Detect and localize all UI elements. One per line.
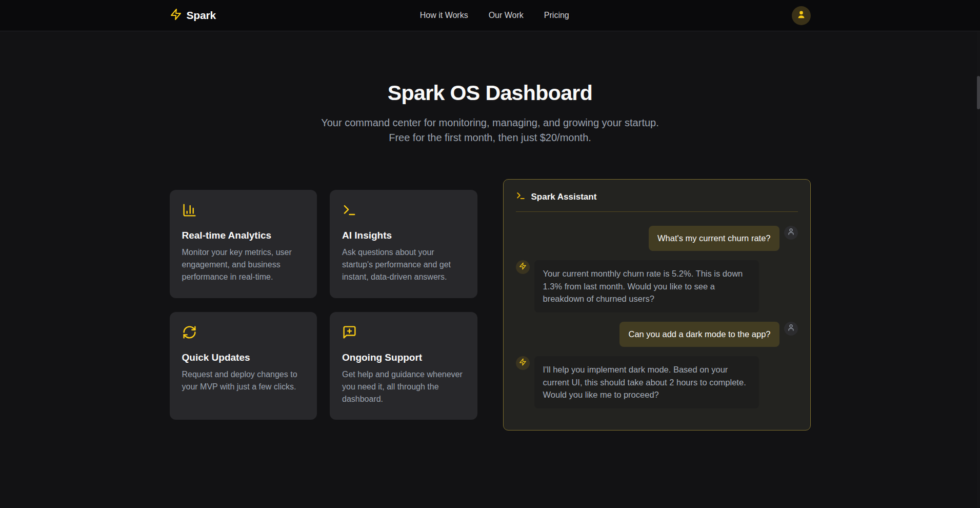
user-message-bubble: What's my current churn rate? [649, 226, 779, 251]
content-row: Real-time Analytics Monitor your key met… [170, 179, 811, 431]
chart-column-icon [182, 203, 197, 218]
chat-message-assistant: Your current monthly churn rate is 5.2%.… [516, 260, 798, 312]
zap-icon [519, 262, 527, 272]
assistant-message-bubble: Your current monthly churn rate is 5.2%.… [534, 260, 759, 312]
chat-message-user: Can you add a dark mode to the app? [516, 322, 798, 347]
user-avatar [784, 322, 798, 336]
nav-links: How it Works Our Work Pricing [420, 0, 569, 31]
assistant-avatar [516, 260, 530, 274]
hero-section: Spark OS Dashboard Your command center f… [0, 31, 980, 145]
zap-icon [170, 8, 182, 23]
user-avatar [784, 226, 798, 240]
page-subtitle: Your command center for monitoring, mana… [311, 115, 670, 145]
refresh-icon [182, 325, 197, 340]
nav-link-our-work[interactable]: Our Work [489, 11, 524, 20]
feature-card-grid: Real-time Analytics Monitor your key met… [170, 190, 477, 420]
user-icon [796, 10, 806, 21]
assistant-message-bubble: I'll help you implement dark mode. Based… [534, 356, 759, 408]
assistant-panel-header: Spark Assistant [516, 191, 798, 203]
user-message-bubble: Can you add a dark mode to the app? [619, 322, 779, 347]
feature-card-ongoing-support: Ongoing Support Get help and guidance wh… [330, 312, 477, 420]
user-icon [787, 324, 795, 334]
spark-assistant-panel: Spark Assistant What's my current churn … [503, 179, 811, 431]
feature-card-realtime-analytics: Real-time Analytics Monitor your key met… [170, 190, 317, 298]
feature-description: Request and deploy changes to your MVP w… [182, 368, 305, 394]
chat-message-user: What's my current churn rate? [516, 226, 798, 251]
feature-description: Monitor your key metrics, user engagemen… [182, 246, 305, 284]
user-account-button[interactable] [792, 6, 811, 25]
assistant-panel-title: Spark Assistant [531, 192, 597, 202]
user-icon [787, 228, 795, 238]
feature-title: Real-time Analytics [182, 230, 305, 241]
page-title: Spark OS Dashboard [0, 81, 980, 105]
terminal-icon [516, 191, 526, 203]
feature-title: Ongoing Support [342, 352, 465, 363]
nav-link-pricing[interactable]: Pricing [544, 11, 569, 20]
feature-description: Get help and guidance whenever you need … [342, 368, 465, 406]
feature-title: AI Insights [342, 230, 465, 241]
feature-card-ai-insights: AI Insights Ask questions about your sta… [330, 190, 477, 298]
zap-icon [519, 358, 527, 368]
page-scrollbar-thumb[interactable] [977, 76, 980, 109]
chat-messages: What's my current churn rate? Your curre… [516, 226, 798, 408]
top-nav: Spark How it Works Our Work Pricing [0, 0, 980, 31]
assistant-avatar [516, 356, 530, 370]
chat-message-assistant: I'll help you implement dark mode. Based… [516, 356, 798, 408]
feature-description: Ask questions about your startup's perfo… [342, 246, 465, 284]
brand-name: Spark [187, 9, 216, 22]
terminal-icon [342, 203, 357, 218]
feature-title: Quick Updates [182, 352, 305, 363]
nav-link-how-it-works[interactable]: How it Works [420, 11, 468, 20]
feature-card-quick-updates: Quick Updates Request and deploy changes… [170, 312, 317, 420]
message-square-plus-icon [342, 325, 357, 340]
brand-logo[interactable]: Spark [170, 8, 216, 23]
panel-divider [516, 211, 798, 212]
